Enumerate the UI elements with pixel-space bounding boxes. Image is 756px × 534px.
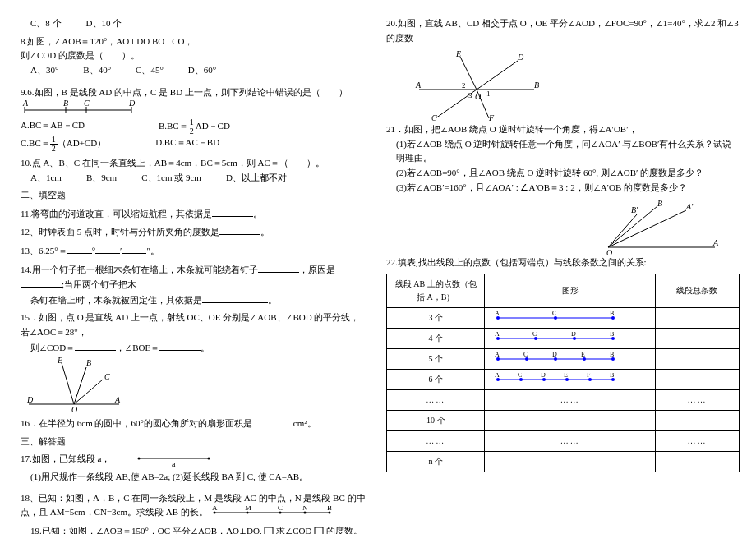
svg-text:1: 1: [486, 90, 491, 98]
svg-text:3: 3: [468, 91, 472, 99]
q16: 16．在半径为 6cm 的圆中，60°的圆心角所对的扇形面积是cm²。: [21, 416, 366, 431]
svg-text:D: D: [517, 53, 524, 62]
svg-text:B′: B′: [631, 205, 638, 214]
svg-text:E: E: [455, 49, 461, 58]
q20: 20.如图，直线 AB、CD 相交于点 O，OE 平分∠AOD，∠FOC=90°…: [386, 16, 740, 45]
svg-text:N: N: [302, 506, 308, 512]
svg-text:D: D: [128, 100, 136, 108]
q8-b: B、40°: [83, 63, 111, 78]
svg-text:C: C: [518, 373, 522, 379]
q10-c: C、1cm 或 9cm: [141, 171, 201, 186]
table-row: ………………: [387, 430, 740, 451]
svg-text:C: C: [523, 352, 528, 358]
svg-text:D: D: [541, 373, 546, 379]
q21-figure: O A B B′ A′: [592, 198, 723, 255]
svg-text:A: A: [495, 311, 500, 317]
th1: 线段 AB 上的点数（包括 A，B）: [387, 274, 485, 307]
svg-text:D: D: [552, 352, 557, 358]
svg-text:B: B: [610, 352, 614, 358]
q17-figure: a: [135, 452, 217, 467]
q8-line1: 8.如图，∠AOB＝120°，AO⊥DO BO⊥CO，: [21, 35, 366, 49]
svg-text:A: A: [712, 238, 719, 247]
opt-d: D、10 个: [86, 16, 122, 31]
q22-table: 线段 AB 上的点数（包括 A，B） 图形 线段总条数 3 个 ACB 4 个 …: [386, 274, 740, 472]
svg-text:E: E: [581, 352, 585, 358]
svg-text:D: D: [26, 395, 34, 404]
table-row: n 个: [387, 451, 740, 472]
svg-text:B: B: [610, 311, 614, 317]
table-row: 10 个: [387, 410, 740, 430]
q9-title: 9.6.如图，B 是线段 AD 的中点，C 是 BD 上一点，则下列结论中错误的…: [21, 85, 366, 100]
q15-figure: D O A E B C: [21, 355, 127, 412]
svg-text:A: A: [22, 100, 29, 108]
svg-rect-34: [265, 527, 273, 534]
q12: 12、时钟表面 5 点时，时针与分针所夹角的度数是。: [21, 224, 366, 240]
svg-text:E: E: [564, 373, 568, 379]
q21-s1: (1)若∠AOB 绕点 O 逆时针旋转任意一个角度，问∠AOA′ 与∠BOB′有…: [386, 137, 740, 166]
svg-text:C: C: [431, 113, 437, 122]
svg-text:A: A: [495, 352, 500, 358]
q14: 14.用一个钉子把一根细木条钉在墙上，木条就可能绕着钉子，原因是;当用两个钉子把…: [21, 262, 366, 308]
svg-text:A: A: [495, 373, 500, 379]
q7-options: C、8 个 D、10 个: [21, 16, 366, 31]
svg-point-20: [138, 458, 141, 460]
svg-text:A: A: [114, 395, 121, 404]
q22-title: 22.填表,找出线段上的点数（包括两端点）与线段条数之间的关系:: [386, 255, 740, 270]
svg-text:B: B: [86, 358, 91, 367]
table-row: 6 个 ACDEFB: [387, 369, 740, 389]
q21-s2: (2)若∠AOB=90°，且∠AOB 绕点 O 逆时针旋转 60°, 则∠AOB…: [386, 166, 740, 181]
q17-sub: (1)用尺规作一条线段 AB,使 AB=2a; (2)延长线段 BA 到 C, …: [21, 470, 366, 485]
svg-text:B: B: [610, 373, 614, 379]
q10-d: D、以上都不对: [226, 171, 287, 186]
table-row: ………………: [387, 389, 740, 410]
q20-figure: A B C D E F O 2 3 1: [411, 48, 542, 122]
q10: 10.点 A、B、C 在同一条直线上，AB＝4cm，BC＝5cm，则 AC＝（ …: [21, 156, 366, 185]
svg-text:B: B: [657, 199, 662, 208]
q9-d: D.BC＝AC－BD: [155, 136, 219, 153]
th3: 线段总条数: [655, 274, 739, 307]
q13: 13、6.25°＝°′″。: [21, 243, 366, 259]
svg-line-62: [608, 210, 686, 247]
svg-text:C: C: [84, 100, 90, 108]
svg-text:C: C: [278, 506, 283, 512]
svg-text:F: F: [488, 113, 495, 122]
svg-text:A′: A′: [685, 202, 694, 211]
svg-line-10: [62, 363, 74, 404]
svg-text:O: O: [606, 248, 612, 255]
q19-box-icon: [314, 527, 324, 534]
q21: 21．如图，把∠AOB 绕点 O 逆时针旋转一个角度，得∠A′OB′， (1)若…: [386, 122, 740, 195]
svg-text:M: M: [245, 506, 251, 512]
svg-text:B: B: [327, 506, 332, 512]
q9-a: A.BC＝AB－CD: [21, 118, 85, 136]
svg-text:a: a: [172, 459, 176, 467]
q10-a: A、1cm: [30, 171, 62, 186]
svg-point-21: [208, 458, 210, 460]
table-row: 4 个 ACDB: [387, 328, 740, 348]
svg-text:C: C: [532, 332, 537, 338]
q18: 18、已知：如图，A，B，C 在同一条线段上，M 是线段 AC 的中点，N 是线…: [21, 491, 366, 521]
q8-d: D、60°: [188, 63, 216, 78]
svg-text:B: B: [534, 81, 539, 90]
svg-text:O: O: [71, 405, 77, 412]
q9-figure: A B C D: [21, 100, 136, 118]
q19: 19.已知：如图，∠AOB＝150°，OC 平分∠AOB，AO⊥DO, 求∠CO…: [21, 524, 366, 534]
q10-title: 10.点 A、B、C 在同一条直线上，AB＝4cm，BC＝5cm，则 AC＝（ …: [21, 156, 366, 171]
q8-line2: 则∠COD 的度数是（ ）。: [21, 48, 366, 63]
svg-text:O: O: [475, 92, 481, 101]
svg-text:A: A: [495, 332, 500, 338]
solve-header: 三、解答题: [21, 435, 366, 449]
svg-text:2: 2: [462, 81, 466, 90]
q9: 9.6.如图，B 是线段 AD 的中点，C 是 BD 上一点，则下列结论中错误的…: [21, 85, 366, 153]
q9-b: B.BC＝12AD－CD: [159, 118, 230, 136]
q17: 17.如图，已知线段 a， a: [21, 452, 366, 467]
table-row: 3 个 ACB: [387, 307, 740, 328]
svg-text:C: C: [104, 372, 110, 381]
svg-text:E: E: [57, 356, 62, 365]
svg-rect-35: [315, 527, 323, 534]
q15: 15．如图，点 O 是直线 AD 上一点，射线 OC、OE 分别是∠AOB、∠B…: [21, 311, 366, 412]
table-row: 5 个 ACDEB: [387, 348, 740, 369]
svg-text:F: F: [587, 373, 591, 379]
svg-text:B: B: [610, 332, 614, 338]
q9-c: C.BC＝12（AD+CD）: [21, 136, 106, 153]
svg-text:D: D: [571, 332, 576, 338]
